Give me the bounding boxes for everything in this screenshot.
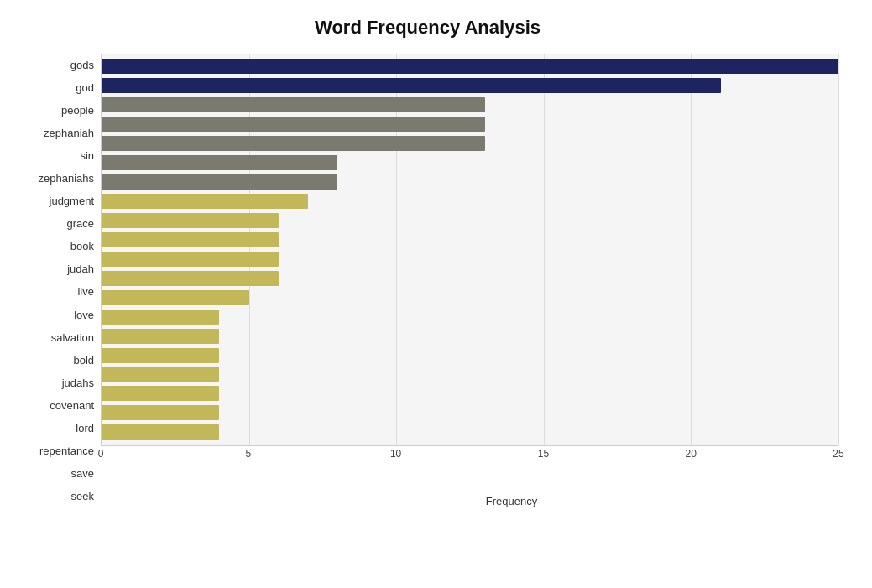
- bar-row: [102, 57, 838, 75]
- bar-row: [102, 211, 838, 230]
- y-label: bold: [17, 355, 94, 366]
- chart-title: Word Frequency Analysis: [17, 17, 838, 39]
- bar: [102, 97, 485, 112]
- bar-row: [102, 289, 838, 307]
- x-tick: 20: [686, 448, 697, 460]
- bar-row: [102, 250, 838, 268]
- x-tick: 15: [538, 448, 549, 460]
- bar-row: [102, 231, 838, 249]
- bar-row: [102, 365, 838, 383]
- bar-row: [102, 269, 838, 288]
- chart-container: Word Frequency Analysis godsgodpeoplezep…: [0, 0, 872, 588]
- y-label: zephaniah: [17, 127, 94, 138]
- bar: [102, 386, 219, 401]
- bar-row: [102, 154, 838, 172]
- bar-row: [102, 423, 838, 441]
- bar: [102, 174, 337, 190]
- x-axis-label: Frequency: [185, 495, 838, 507]
- y-label: zephaniahs: [17, 173, 94, 184]
- bar: [102, 194, 308, 209]
- bar-row: [102, 403, 838, 422]
- bar: [102, 329, 219, 344]
- x-tick: 0: [98, 448, 104, 460]
- bar: [102, 136, 485, 151]
- y-label: god: [17, 82, 94, 93]
- bar: [102, 271, 279, 286]
- bar-row: [102, 192, 838, 211]
- bar-row: [102, 76, 838, 95]
- y-label: gods: [17, 60, 94, 70]
- bar-row: [102, 134, 838, 153]
- bar: [102, 290, 249, 305]
- bar-row: [102, 308, 838, 326]
- bar: [102, 232, 279, 247]
- plot-area: [101, 54, 838, 446]
- bar-row: [102, 115, 838, 133]
- y-labels: godsgodpeoplezephaniahsinzephaniahsjudgm…: [17, 54, 101, 507]
- x-tick: 25: [833, 448, 843, 460]
- y-label: judgment: [17, 195, 94, 206]
- bar: [102, 252, 279, 267]
- y-label: sin: [17, 150, 94, 161]
- bar-row: [102, 327, 838, 346]
- chart-area: godsgodpeoplezephaniahsinzephaniahsjudgm…: [17, 54, 838, 507]
- y-label: people: [17, 105, 94, 116]
- bar-row: [102, 173, 838, 191]
- bar: [102, 117, 485, 132]
- x-tick: 5: [245, 448, 251, 460]
- bar: [102, 155, 337, 170]
- y-label: judahs: [17, 377, 94, 388]
- x-tick: 10: [390, 448, 401, 460]
- bar: [102, 405, 219, 420]
- grid-line: [838, 54, 839, 445]
- bar-row: [102, 96, 838, 114]
- bar: [102, 367, 219, 382]
- y-label: repentance: [17, 445, 94, 456]
- bar: [102, 348, 219, 363]
- bar: [102, 213, 279, 228]
- y-label: live: [17, 286, 94, 297]
- bar: [102, 310, 219, 325]
- y-label: book: [17, 241, 94, 252]
- bar-row: [102, 346, 838, 365]
- bar: [102, 78, 721, 93]
- y-label: covenant: [17, 400, 94, 411]
- y-label: love: [17, 310, 94, 320]
- y-label: judah: [17, 263, 94, 274]
- y-label: seek: [17, 491, 94, 502]
- y-label: save: [17, 468, 94, 479]
- bar: [102, 424, 219, 440]
- y-label: grace: [17, 218, 94, 229]
- y-label: lord: [17, 423, 94, 434]
- bar: [102, 59, 838, 74]
- y-label: salvation: [17, 332, 94, 343]
- bar-row: [102, 384, 838, 403]
